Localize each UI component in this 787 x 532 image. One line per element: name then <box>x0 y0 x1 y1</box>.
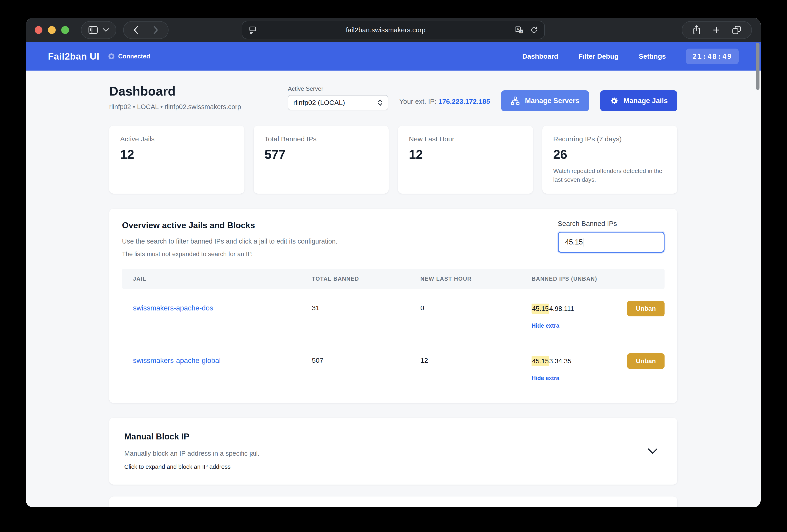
total-banned-value: 31 <box>312 304 319 312</box>
manual-block-panel[interactable]: Manual Block IP Manually block an IP add… <box>109 418 677 485</box>
svg-text:x: x <box>520 30 522 33</box>
back-button[interactable] <box>126 22 146 38</box>
internal-log-panel: Internal Log Overview Refresh data Event… <box>109 496 677 507</box>
address-bar[interactable]: fail2ban.swissmakers.corp A x <box>242 21 545 39</box>
manual-block-title: Manual Block IP <box>124 432 259 442</box>
browser-window: fail2ban.swissmakers.corp A x <box>26 18 761 507</box>
unban-button[interactable]: Unban <box>627 353 664 369</box>
translate-icon[interactable]: A x <box>515 26 524 34</box>
nav-dashboard[interactable]: Dashboard <box>523 52 558 60</box>
col-total-banned: TOTAL BANNED <box>312 269 420 289</box>
connection-status: Connected <box>108 53 150 60</box>
page-content: Dashboard rlinfp02 • LOCAL • rlinfp02.sw… <box>109 71 677 507</box>
gear-icon <box>610 96 618 105</box>
select-chevrons-icon <box>378 99 383 107</box>
forward-button[interactable] <box>146 22 166 38</box>
hide-extra-link[interactable]: Hide extra <box>532 323 559 329</box>
external-ip-value: 176.223.172.185 <box>439 97 490 105</box>
history-nav-group <box>123 21 169 39</box>
window-controls <box>35 26 69 34</box>
stat-card-recurring-ips: Recurring IPs (7 days) 26 Watch repeated… <box>542 126 678 194</box>
svg-text:A: A <box>517 27 519 31</box>
stat-cards: Active Jails 12 Total Banned IPs 577 New… <box>109 126 677 194</box>
banned-ip: 45.153.34.35 <box>532 357 571 365</box>
table-header-row: JAIL TOTAL BANNED NEW LAST HOUR BANNED I… <box>122 269 664 289</box>
manage-jails-button[interactable]: Manage Jails <box>600 90 677 111</box>
active-server-label: Active Server <box>288 85 388 92</box>
sidebar-chevron-down-icon <box>103 28 109 32</box>
col-jail: JAIL <box>122 269 312 289</box>
active-server-select[interactable]: rlinfp02 (LOCAL) <box>288 95 388 110</box>
page-format-icon[interactable] <box>249 26 257 34</box>
manual-block-desc: Manually block an IP address in a specif… <box>124 450 259 457</box>
stat-card-active-jails: Active Jails 12 <box>109 126 244 194</box>
sidebar-toggle-group[interactable] <box>81 21 116 39</box>
new-tab-icon[interactable]: + <box>713 24 720 36</box>
app-brand: Fail2ban UI <box>48 51 99 62</box>
search-banned-ips-input[interactable]: 45.15 <box>558 231 664 253</box>
manage-servers-button[interactable]: Manage Servers <box>501 90 589 111</box>
nav-settings[interactable]: Settings <box>639 52 666 60</box>
stat-card-total-banned: Total Banned IPs 577 <box>254 126 389 194</box>
expand-chevron-down-icon[interactable] <box>647 448 658 454</box>
overview-panel: Overview active Jails and Blocks Use the… <box>109 209 677 403</box>
tab-overview-icon[interactable] <box>732 25 741 35</box>
share-icon[interactable] <box>692 25 701 35</box>
manual-block-hint: Click to expand and block an IP address <box>124 463 259 470</box>
scrollbar-thumb[interactable] <box>756 43 760 90</box>
table-row: swissmakers-apache-global 507 12 45.153.… <box>122 341 664 393</box>
jails-table: JAIL TOTAL BANNED NEW LAST HOUR BANNED I… <box>122 269 664 393</box>
reload-icon[interactable] <box>530 26 538 34</box>
page-subtitle: rlinfp02 • LOCAL • rlinfp02.swissmakers.… <box>109 103 241 111</box>
unban-button[interactable]: Unban <box>627 301 664 316</box>
text-caret <box>583 238 584 246</box>
jail-link[interactable]: swissmakers-apache-global <box>133 356 221 364</box>
nav-filter-debug[interactable]: Filter Debug <box>578 52 618 60</box>
stat-card-new-last-hour: New Last Hour 12 <box>398 126 533 194</box>
sidebar-icon <box>88 26 98 34</box>
hide-extra-link[interactable]: Hide extra <box>532 375 559 381</box>
col-banned-ips: BANNED IPS (UNBAN) <box>532 269 664 289</box>
app-header: Fail2ban UI Connected Dashboard Filter D… <box>26 42 761 71</box>
jail-link[interactable]: swissmakers-apache-dos <box>133 304 213 312</box>
new-last-hour-value: 12 <box>420 356 428 364</box>
external-ip: Your ext. IP: 176.223.172.185 <box>399 97 490 105</box>
minimize-window-button[interactable] <box>48 26 56 34</box>
table-row: swissmakers-apache-dos 31 0 45.154.98.11… <box>122 289 664 341</box>
browser-toolbar: fail2ban.swissmakers.corp A x <box>26 18 761 42</box>
total-banned-value: 507 <box>312 356 323 364</box>
app-nav: Dashboard Filter Debug Settings 21:48:49 <box>523 49 739 64</box>
header-clock: 21:48:49 <box>686 49 739 64</box>
search-banned-ips-label: Search Banned IPs <box>558 220 664 227</box>
close-window-button[interactable] <box>35 26 42 34</box>
status-ring-icon <box>108 53 114 59</box>
toolbar-actions-group: + <box>682 21 752 39</box>
zoom-window-button[interactable] <box>61 26 69 34</box>
new-last-hour-value: 0 <box>420 304 424 312</box>
banned-ip: 45.154.98.111 <box>532 305 574 312</box>
url-text: fail2ban.swissmakers.corp <box>257 26 515 34</box>
sitemap-icon <box>511 96 520 105</box>
col-new-last-hour: NEW LAST HOUR <box>420 269 532 289</box>
page-title: Dashboard <box>109 84 241 98</box>
